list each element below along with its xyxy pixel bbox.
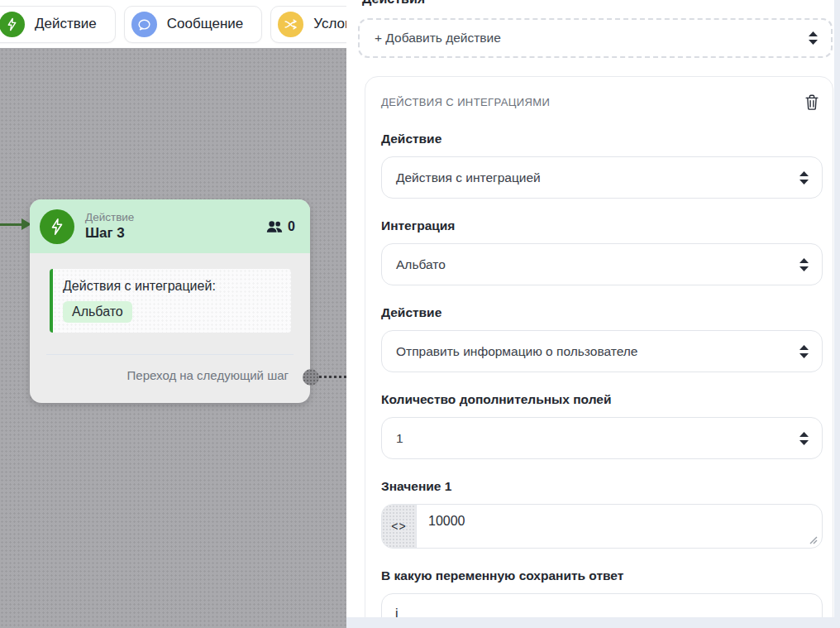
fields-count-select[interactable]: 1 — [381, 417, 823, 459]
add-action-node-button[interactable]: Действие — [0, 6, 116, 43]
field-label-integration: Интеграция — [381, 218, 821, 233]
sort-arrows-icon — [808, 31, 819, 45]
integration-action-select-value: Отправить информацию о пользователе — [396, 344, 637, 359]
node-action-title: Действия с интеграцией: — [63, 279, 281, 294]
toolbar-button-label: Действие — [35, 16, 97, 32]
add-action-select[interactable]: + Добавить действие — [358, 18, 833, 58]
chat-icon — [131, 12, 157, 37]
node-action-tag: Альбато — [63, 301, 132, 323]
action-select[interactable]: Действия с интеграцией — [381, 156, 823, 199]
field-label-action: Действие — [381, 132, 821, 146]
toolbar-button-label: Сообщение — [167, 16, 244, 32]
node-title: Шаг 3 — [85, 224, 134, 242]
value1-textarea[interactable]: 10000 — [417, 505, 822, 548]
value1-field: <> 10000 — [381, 504, 823, 549]
next-step-label: Переход на следующий шаг — [127, 368, 289, 382]
node-type-label: Действие — [85, 210, 134, 224]
add-message-node-button[interactable]: Сообщение — [124, 6, 263, 43]
sort-arrows-icon — [799, 345, 809, 358]
lightning-icon — [40, 209, 74, 244]
flow-canvas[interactable]: Действие Шаг 3 0 Действия с интеграцией:… — [0, 48, 346, 628]
integration-actions-card: ДЕЙСТВИЯ С ИНТЕГРАЦИЯМИ Действие Действи… — [365, 76, 833, 628]
sort-arrows-icon — [799, 171, 809, 185]
sort-arrows-icon — [799, 432, 809, 445]
users-icon — [266, 220, 283, 233]
card-title: ДЕЙСТВИЯ С ИНТЕГРАЦИЯМИ — [381, 96, 550, 108]
resize-handle-icon[interactable] — [809, 536, 818, 544]
incoming-connection-line — [0, 223, 23, 226]
shuffle-icon — [278, 12, 303, 37]
add-condition-node-button[interactable]: Условие — [270, 6, 346, 43]
node-action-summary: Действия с интеграцией: Альбато — [50, 269, 291, 333]
trash-icon[interactable] — [803, 93, 821, 112]
fields-count-select-value: 1 — [396, 431, 403, 446]
toolbar-button-label: Условие — [313, 16, 346, 32]
add-action-select-value: + Добавить действие — [375, 31, 501, 46]
node-divider — [46, 354, 294, 355]
field-label-save-var: В какую переменную сохранить ответ — [381, 568, 821, 583]
action-select-value: Действия с интеграцией — [396, 170, 541, 185]
node-body: Действия с интеграцией: Альбато Переход … — [30, 253, 310, 403]
node-settings-panel: Действия + Добавить действие ДЕЙСТВИЯ С … — [346, 0, 840, 628]
connector-handle[interactable] — [303, 369, 319, 386]
lightning-icon — [0, 12, 25, 37]
integration-select[interactable]: Альбато — [381, 243, 823, 285]
integration-action-select[interactable]: Отправить информацию о пользователе — [381, 330, 823, 372]
panel-scroll-gutter[interactable] — [834, 0, 840, 628]
panel-bottom-gutter — [346, 617, 840, 628]
field-label-count: Количество дополнительных полей — [381, 392, 821, 407]
integration-select-value: Альбато — [396, 257, 446, 272]
node-header: Действие Шаг 3 0 — [30, 199, 310, 253]
subscriber-counter: 0 — [266, 219, 295, 234]
toolbar: Действие Сообщение Условие — [0, 0, 346, 48]
flow-node-step3[interactable]: Действие Шаг 3 0 Действия с интеграцией:… — [30, 199, 310, 403]
code-icon[interactable]: <> — [382, 505, 417, 548]
subscriber-count: 0 — [288, 219, 295, 234]
field-label-action2: Действие — [381, 305, 821, 320]
sort-arrows-icon — [799, 258, 809, 271]
field-label-value1: Значение 1 — [381, 479, 821, 494]
panel-section-label: Действия — [362, 0, 840, 7]
